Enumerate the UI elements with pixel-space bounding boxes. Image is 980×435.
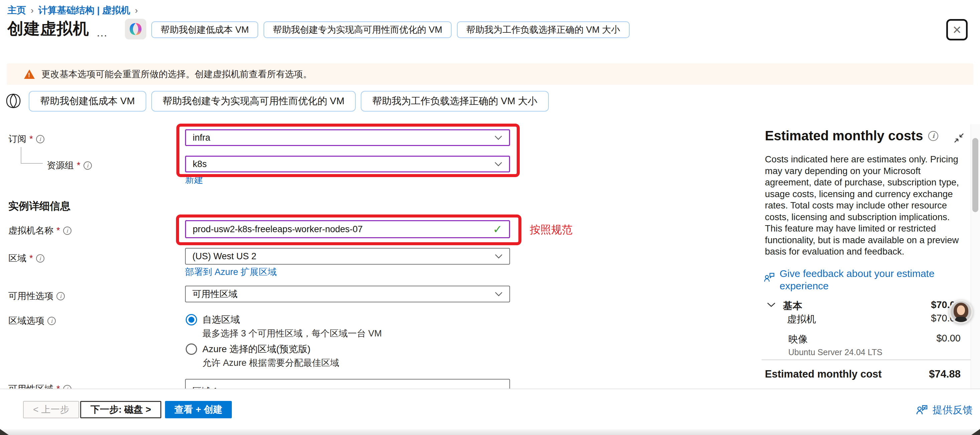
divider [762, 360, 970, 360]
suggestion-low-cost-button[interactable]: 帮助我创建低成本 VM [151, 21, 258, 38]
resource-group-dropdown[interactable]: k8s [185, 156, 510, 172]
warning-icon [24, 70, 35, 79]
warning-banner: 更改基本选项可能会重置所做的选择。创建虚拟机前查看所有选项。 [7, 64, 973, 85]
cost-panel-title: Estimated monthly costs [765, 128, 938, 143]
estimate-feedback-link[interactable]: Give feedback about your estimate experi… [764, 267, 955, 292]
info-icon[interactable] [36, 254, 45, 263]
cost-row-label: 映像 [788, 333, 808, 346]
suggestion-high-availability-button[interactable]: 帮助我创建专为实现高可用性而优化的 VM [151, 91, 356, 112]
scrollbar-thumb[interactable] [972, 138, 978, 212]
chevron-down-icon [494, 135, 502, 140]
suggestion-low-cost-button[interactable]: 帮助我创建低成本 VM [29, 91, 146, 112]
zone-option-self-select: 自选区域 [186, 313, 240, 326]
radio-unselected-icon[interactable] [186, 343, 197, 355]
chevron-down-icon [495, 254, 503, 258]
zone-options-label: 区域选项 [8, 315, 56, 327]
page-title: 创建虚拟机 [7, 18, 89, 40]
total-cost-value: $74.88 [875, 368, 961, 380]
feedback-person-icon [915, 403, 929, 417]
close-blade-button[interactable]: × [946, 19, 968, 40]
create-new-resource-group-link[interactable]: 新建 [185, 174, 203, 186]
availability-options-label: 可用性选项 [8, 290, 65, 302]
cost-row-value: $0.00 [875, 333, 961, 344]
chevron-down-icon [495, 292, 503, 296]
close-icon: × [953, 22, 961, 37]
cost-group-label[interactable]: 基本 [783, 300, 802, 313]
instance-details-heading: 实例详细信息 [8, 199, 70, 213]
field-connector-line [21, 147, 21, 164]
subscription-dropdown[interactable]: infra [185, 129, 510, 146]
suggestion-right-size-button[interactable]: 帮助我为工作负载选择正确的 VM 大小 [361, 91, 549, 112]
info-icon[interactable] [83, 161, 92, 170]
collapse-panel-icon[interactable] [952, 131, 966, 145]
breadcrumb-home-link[interactable]: 主页 [7, 4, 26, 17]
feedback-icon [764, 272, 776, 292]
more-options-button[interactable]: … [96, 26, 108, 39]
region-dropdown[interactable]: (US) West US 2 [185, 248, 510, 265]
total-cost-label: Estimated monthly cost [765, 368, 882, 380]
breadcrumb-separator-icon: › [135, 5, 138, 16]
cost-row-value: $70.08 [875, 313, 961, 324]
info-icon[interactable] [928, 131, 938, 141]
breadcrumb-section-link[interactable]: 计算基础结构 | 虚拟机 [38, 4, 130, 17]
next-step-disks-button[interactable]: 下一步: 磁盘 > [80, 401, 161, 418]
avatar[interactable] [949, 300, 973, 324]
resource-group-label: 资源组* [47, 159, 92, 171]
availability-options-dropdown[interactable]: 可用性区域 [185, 286, 510, 302]
chevron-down-icon [494, 162, 502, 166]
valid-check-icon: ✓ [493, 223, 503, 236]
subscription-label: 订阅* [8, 133, 45, 145]
info-icon[interactable] [36, 135, 45, 143]
copilot-logo-icon [128, 21, 143, 37]
cost-group-value: $70.08 [875, 300, 961, 311]
cost-disclaimer-text: Costs indicated here are estimates only.… [765, 154, 967, 258]
copilot-button[interactable] [125, 19, 146, 40]
edge-zone-link[interactable]: 部署到 Azure 扩展区域 [185, 266, 277, 278]
suggestion-right-size-button[interactable]: 帮助我为工作负载选择正确的 VM 大小 [457, 21, 630, 38]
avatar-image [951, 301, 971, 322]
suggestion-high-availability-button[interactable]: 帮助我创建专为实现高可用性而优化的 VM [264, 21, 452, 38]
field-connector-line [21, 163, 43, 164]
copilot-outline-icon[interactable] [5, 92, 22, 110]
zone-option-azure-select: Azure 选择的区域(预览版) [186, 343, 311, 355]
vm-name-input[interactable]: prod-usw2-k8s-freeleaps-worker-nodes-07 … [185, 220, 510, 238]
info-icon[interactable] [56, 292, 65, 300]
breadcrumb: 主页 › 计算基础结构 | 虚拟机 › [7, 4, 138, 17]
breadcrumb-separator-icon: › [31, 5, 34, 16]
warning-text: 更改基本选项可能会重置所做的选择。创建虚拟机前查看所有选项。 [41, 68, 312, 80]
zone-option-self-select-description: 最多选择 3 个可用性区域，每个区域一台 VM [202, 327, 382, 339]
region-label: 区域* [8, 252, 45, 264]
annotation-note: 按照规范 [530, 223, 573, 237]
provide-feedback-link[interactable]: 提供反馈 [915, 403, 973, 417]
cost-row-label: 虚拟机 [787, 313, 816, 326]
assist-suggestions-row: 帮助我创建低成本 VM 帮助我创建专为实现高可用性而优化的 VM 帮助我为工作负… [29, 91, 549, 112]
zone-option-azure-select-description: 允许 Azure 根据需要分配最佳区域 [202, 357, 339, 369]
info-icon[interactable] [63, 226, 72, 235]
previous-step-button[interactable]: < 上一步 [23, 401, 79, 418]
cost-row-subtext: Ubuntu Server 24.04 LTS [788, 347, 883, 357]
cost-group-chevron-icon[interactable] [767, 302, 776, 308]
info-icon[interactable] [48, 317, 56, 325]
review-create-button[interactable]: 查看 + 创建 [165, 401, 232, 418]
window-bottom-strip [0, 429, 980, 435]
radio-selected-icon[interactable] [186, 314, 197, 325]
vm-name-label: 虚拟机名称* [8, 225, 72, 237]
copilot-suggestions-row: 帮助我创建低成本 VM 帮助我创建专为实现高可用性而优化的 VM 帮助我为工作负… [151, 21, 630, 38]
